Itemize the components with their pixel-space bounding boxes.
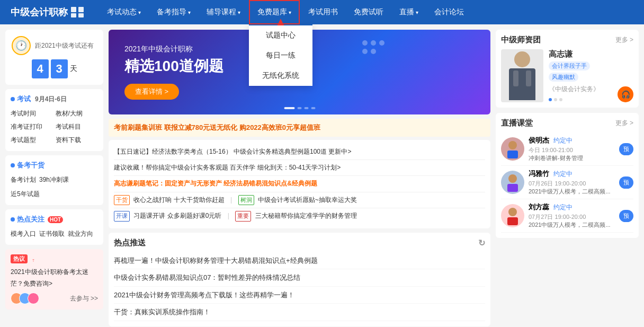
live-avatar-1 [501, 137, 524, 161]
nav-exam-books[interactable]: 考试用书 [301, 0, 345, 24]
exam-section: 考试 9月4日-6日 考试时间 教材/大纲 准考证打印 考试科目 考试题型 资料… [5, 89, 103, 151]
nav-courses[interactable]: 辅导课程 ▾ [199, 0, 248, 24]
promo-text[interactable]: 考前刷题集训班 联报立减780元送无纸化 购2022高效班0元享超值班 [114, 123, 320, 131]
svg-rect-5 [507, 151, 518, 158]
headphone-btn[interactable]: 🎧 [618, 83, 633, 102]
chevron-down-icon: ▾ [416, 10, 418, 15]
teacher-name: 高志谦 [549, 49, 612, 59]
exam-link-subjects[interactable]: 考试科目 [56, 121, 99, 132]
news-item-1[interactable]: 【五日速记】经济法数字类考点（15-16） 中级会计实务精选典型例题100道 更… [114, 144, 485, 160]
dropdown-item-exam-center[interactable]: 试题中心 [249, 25, 312, 46]
hot-badge: HOT [48, 216, 63, 223]
teacher-section-header: 中级师资团 更多 > [501, 35, 633, 45]
live-item-2: 冯雅竹 约定中 07月26日 19:00-20:00 2021中级万人模考，二模… [501, 166, 633, 199]
live-btn-3[interactable]: 预 [619, 210, 633, 222]
dropdown-item-paperless[interactable]: 无纸化系统 [249, 66, 312, 86]
exam-link-types[interactable]: 考试题型 [11, 135, 53, 146]
nav-prep-guide[interactable]: 备考指导 ▾ [149, 0, 198, 24]
news-item-5[interactable]: 开课 习题课开讲 众多刷题好课0元听 | 重要 三大秘籍帮你搞定准学学的财务管理 [114, 208, 485, 224]
teacher-arm-right [526, 70, 531, 86]
live-item-3: 刘方蕊 约定中 07月27日 19:00-20:00 2021中级万人模考，二模… [501, 199, 633, 233]
news-item-4[interactable]: 干货 收心之战打响 十大干货助你赶超 | 树洞 中级会计考试祈愿贴~抽取幸运大奖 [114, 192, 485, 209]
prep-links: 备考计划 39h冲刺课 近5年试题 [11, 174, 98, 200]
right-panel: 中级师资团 更多 > 高志谦 会 [496, 30, 639, 326]
wifi-icon [30, 255, 37, 263]
banner-text: 2021年中级会计职称 精选100道例题 查看详情 > [124, 45, 223, 100]
prep-link-plan[interactable]: 备考计划 [11, 174, 36, 185]
teacher-photo [501, 49, 543, 102]
discussion-title: 热议 [11, 254, 98, 263]
countdown-box: 🕐 距2021中级考试还有 4 3 天 [5, 30, 103, 85]
live-status-1[interactable]: 约定中 [553, 137, 573, 144]
banner-indicators [284, 107, 315, 109]
news-item-2[interactable]: 建议收藏！帮你搞定中级会计实务客观题 百天伴学 细化到天：50-41天学习计划> [114, 160, 485, 176]
slide-dot-3[interactable] [559, 98, 562, 101]
hot-push-item-2[interactable]: 中级会计实务易错易混知识点07：暂时性差异的特殊情况总结 [114, 269, 485, 287]
live-time-3: 07月27日 19:00-20:00 [529, 213, 615, 221]
teacher-tags: 会计界段子手 风趣幽默 [549, 61, 612, 82]
live-time-1: 今日 19:00-21:00 [529, 146, 615, 154]
discussion-join-link[interactable]: 去参与 >> [70, 294, 98, 303]
live-section-header: 直播课堂 更多 > [501, 118, 633, 128]
header: 中级会计职称 考试动态 ▾ 备考指导 ▾ 辅导课程 ▾ 免费题库 ▾ [0, 0, 644, 24]
teacher-figure [509, 51, 535, 100]
slide-dot-1[interactable] [549, 98, 552, 101]
live-name-2: 冯雅竹 约定中 [529, 169, 615, 179]
nav-exam-trends[interactable]: 考试动态 ▾ [100, 0, 148, 24]
svg-point-6 [508, 174, 517, 183]
prep-link-past-exams[interactable]: 近5年试题 [11, 189, 40, 200]
prep-link-sprint[interactable]: 39h冲刺课 [39, 174, 69, 185]
hot-link-cert[interactable]: 证书领取 [39, 228, 65, 240]
section-dot [11, 217, 15, 222]
live-avatar-2 [501, 171, 524, 194]
banner-btn[interactable]: 查看详情 > [124, 84, 179, 100]
teacher-arm-left [513, 70, 518, 86]
exam-link-time[interactable]: 考试时间 [11, 108, 53, 119]
refresh-icon[interactable]: ↻ [478, 238, 485, 248]
exam-link-textbook[interactable]: 教材/大纲 [56, 108, 99, 119]
section-dot [11, 97, 15, 101]
hot-push-item-3[interactable]: 2021中级会计财务管理高频考点下载版！这些再精学一遍！ [114, 287, 485, 304]
logo: 中级会计职称 [11, 6, 84, 19]
live-btn-2[interactable]: 预 [619, 176, 633, 189]
news-item-3[interactable]: 高志谦刷题笔记：固定资产与无形资产 经济法易错易混知识点&经典例题 [114, 176, 485, 192]
discussion-content: 2021中级会计职称备考太迷茫？免费咨询> [11, 267, 98, 289]
hot-push-section: 热点推送 ↻ 再梳理一遍！中级会计职称财务管理十大易错易混知识点+经典例题 中级… [109, 233, 490, 326]
exam-link-downloads[interactable]: 资料下载 [56, 135, 99, 146]
live-desc-3: 2021中级万人模考，二模高频... [529, 221, 615, 229]
hot-link-mock[interactable]: 模考入口 [11, 228, 36, 240]
banner-title: 精选100道例题 [124, 56, 223, 76]
nav-forum[interactable]: 会计论坛 [427, 0, 471, 24]
discussion-footer: 去参与 >> [11, 293, 98, 304]
svg-rect-2 [71, 13, 76, 17]
teacher-slide-dots [549, 98, 612, 101]
teacher-tag-2: 风趣幽默 [549, 73, 578, 82]
live-btn-1[interactable]: 预 [619, 143, 633, 155]
nav-free-trial[interactable]: 免费试听 [346, 0, 391, 24]
countdown-label: 距2021中级考试还有 [35, 41, 94, 50]
dropdown-item-daily-practice[interactable]: 每日一练 [249, 46, 312, 66]
live-more-link[interactable]: 更多 > [615, 119, 633, 128]
live-info-1: 侯明杰 约定中 今日 19:00-21:00 冲刺卷讲解-财务管理 [529, 136, 615, 162]
svg-rect-3 [78, 13, 84, 17]
nav-live[interactable]: 直播 ▾ [392, 0, 426, 24]
chevron-down-icon: ▾ [138, 10, 141, 15]
nav-free-qbank[interactable]: 免费题库 ▾ [249, 0, 300, 24]
exam-link-admission[interactable]: 准考证打印 [11, 121, 53, 132]
chevron-down-icon: ▾ [188, 10, 191, 15]
slide-dot-2[interactable] [554, 98, 557, 101]
live-section: 直播课堂 更多 > 侯明杰 约定中 今日 19:00-21:00 [496, 113, 639, 238]
section-dot [11, 163, 15, 167]
live-status-3[interactable]: 约定中 [553, 204, 573, 211]
live-info-3: 刘方蕊 约定中 07月27日 19:00-20:00 2021中级万人模考，二模… [529, 202, 615, 229]
live-status-2[interactable]: 约定中 [553, 170, 573, 178]
live-avatar-3 [501, 204, 524, 227]
hot-link-career[interactable]: 就业方向 [68, 228, 93, 240]
tag-zhongyao: 重要 [235, 211, 251, 222]
teacher-info: 高志谦 会计界段子手 风趣幽默 《中级会计实务》 [549, 49, 612, 102]
hot-push-item-1[interactable]: 再梳理一遍！中级会计职称财务管理十大易错易混知识点+经典例题 [114, 252, 485, 270]
hot-icon: 热议 [11, 254, 28, 263]
teacher-more-link[interactable]: 更多 > [615, 36, 633, 45]
prep-section: 备考干货 备考计划 39h冲刺课 近5年试题 [5, 155, 103, 205]
hot-push-item-4[interactable]: 干货：真账实训系统操作指南！ [114, 304, 485, 321]
